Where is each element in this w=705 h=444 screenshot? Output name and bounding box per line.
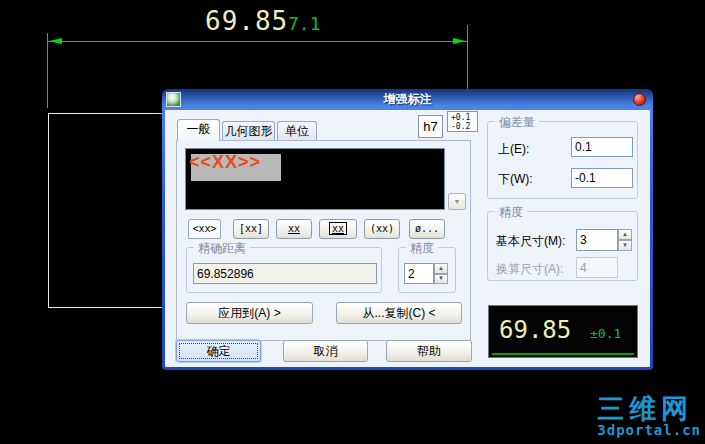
format-boxed-button[interactable]: xx xyxy=(319,219,357,239)
precision-spin-up-button[interactable]: ▲ xyxy=(434,263,448,274)
cad-application-canvas: 69.85 7.1 三维网 3dportal.cn 增强标注 一般 几何图形 单… xyxy=(0,0,705,444)
basic-size-label: 基本尺寸(M): xyxy=(496,233,565,250)
tab-general-label: 一般 xyxy=(187,122,211,136)
format-underline-label: xx xyxy=(288,223,300,234)
format-square-brackets-button[interactable]: [xx] xyxy=(233,219,269,239)
format-parentheses-button[interactable]: (xx) xyxy=(364,219,400,239)
fit-tolerance-button[interactable]: h7 xyxy=(418,115,443,138)
format-angle-brackets-button[interactable]: <xx> xyxy=(188,219,221,239)
preview-scroll-down-button[interactable]: ▼ xyxy=(448,193,466,210)
upper-deviation-input[interactable] xyxy=(571,137,633,157)
apply-to-button[interactable]: 应用到(A) > xyxy=(186,302,313,324)
converted-size-label: 换算尺寸(A): xyxy=(496,261,563,278)
cancel-button[interactable]: 取消 xyxy=(283,340,368,362)
dimension-text-preview[interactable]: <<XX>> xyxy=(185,148,445,210)
extension-line-left xyxy=(47,33,48,108)
tab-units[interactable]: 单位 xyxy=(277,121,317,141)
watermark: 三维网 3dportal.cn xyxy=(597,396,701,438)
result-preview: 69.85 ±0.1 xyxy=(488,305,638,358)
lower-deviation-input[interactable] xyxy=(571,168,633,188)
precision-group-caption: 精度 xyxy=(495,204,527,221)
format-square-brackets-label: [xx] xyxy=(239,223,263,234)
basic-size-spin-up-button[interactable]: ▲ xyxy=(618,229,632,240)
format-diameter-button[interactable]: ø... xyxy=(409,219,445,239)
tab-general[interactable]: 一般 xyxy=(177,119,220,141)
copy-from-button[interactable]: 从...复制(C) < xyxy=(336,302,462,324)
tolerance-badge-upper: +0.1 xyxy=(451,113,477,122)
tab-geometry[interactable]: 几何图形 xyxy=(222,121,275,141)
precision-spinner-group: 精度 ▲ ▼ xyxy=(398,247,456,293)
dimension-value-text: 69.85 xyxy=(205,6,288,36)
app-icon xyxy=(166,92,181,107)
spin-up-icon: ▲ xyxy=(622,231,628,237)
result-dimension-line xyxy=(492,353,634,355)
chevron-down-icon: ▼ xyxy=(454,198,461,205)
precision-group: 精度 基本尺寸(M): ▲ ▼ 换算尺寸(A): xyxy=(487,211,638,281)
format-parentheses-label: (xx) xyxy=(370,223,394,234)
spin-down-icon: ▼ xyxy=(622,242,628,248)
exact-distance-caption: 精确距离 xyxy=(194,240,250,257)
dimension-line xyxy=(48,41,467,42)
dialog-body: 一般 几何图形 单位 h7 +0.1 -0.2 <<XX>> ▼ xyxy=(165,110,650,367)
lower-deviation-label: 下(W): xyxy=(498,171,533,188)
precision-spinner: ▲ ▼ xyxy=(434,263,448,284)
spin-up-icon: ▲ xyxy=(438,265,444,271)
extension-line-right xyxy=(467,25,468,90)
result-value: 69.85 xyxy=(499,316,571,344)
format-diameter-label: ø... xyxy=(415,223,439,234)
deviation-group: 偏差量 上(E): 下(W): xyxy=(487,121,638,199)
tolerance-badge[interactable]: +0.1 -0.2 xyxy=(447,111,478,132)
format-underline-button[interactable]: xx xyxy=(276,219,312,239)
watermark-title: 三维网 xyxy=(597,396,701,422)
exact-distance-input[interactable] xyxy=(193,263,377,284)
converted-size-input xyxy=(576,257,618,278)
upper-deviation-label: 上(E): xyxy=(498,141,529,158)
basic-size-spinner: ▲ ▼ xyxy=(618,229,632,251)
tolerance-badge-lower: -0.2 xyxy=(451,122,477,131)
exact-distance-group: 精确距离 xyxy=(186,247,382,293)
dialog-title: 增强标注 xyxy=(162,91,653,108)
preview-text: <<XX>> xyxy=(189,152,261,173)
dialog-titlebar[interactable]: 增强标注 xyxy=(162,89,653,110)
enhanced-dimension-dialog: 增强标注 一般 几何图形 单位 h7 +0.1 -0.2 xyxy=(162,89,653,370)
dim-arrow-right-icon xyxy=(453,38,466,44)
help-button[interactable]: 帮助 xyxy=(386,340,472,362)
watermark-url: 3dportal.cn xyxy=(597,422,701,438)
deviation-caption: 偏差量 xyxy=(495,114,539,131)
precision-input[interactable] xyxy=(404,263,434,284)
result-tolerance: ±0.1 xyxy=(590,326,621,341)
precision-spinner-caption: 精度 xyxy=(406,240,438,257)
dimension-tolerance-text: 7.1 xyxy=(288,13,321,34)
spin-down-icon: ▼ xyxy=(438,275,444,281)
tab-units-label: 单位 xyxy=(285,124,309,138)
close-icon[interactable] xyxy=(633,93,646,106)
precision-spin-down-button[interactable]: ▼ xyxy=(434,274,448,285)
dim-arrow-left-icon xyxy=(49,38,62,44)
basic-size-input[interactable] xyxy=(576,229,618,251)
ok-button[interactable]: 确定 xyxy=(176,340,261,362)
basic-size-spin-down-button[interactable]: ▼ xyxy=(618,240,632,251)
tab-geometry-label: 几何图形 xyxy=(225,124,273,138)
format-angle-brackets-label: <xx> xyxy=(192,223,216,234)
format-boxed-label: xx xyxy=(329,222,347,235)
